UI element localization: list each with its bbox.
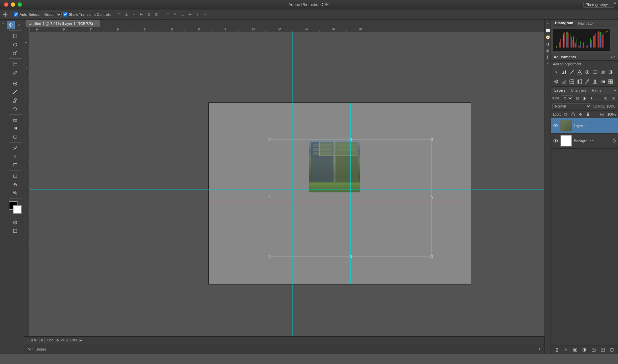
zoom-mode-icon[interactable]: ⊞	[39, 338, 45, 343]
layer-delete-btn[interactable]	[608, 346, 616, 353]
align-right-icon[interactable]: ⊠	[153, 11, 159, 18]
tab-histogram[interactable]: Histogram	[554, 21, 575, 25]
dist-hcenter-icon[interactable]: ⋮	[194, 11, 201, 18]
adj-selective-color-icon[interactable]	[607, 78, 614, 85]
dist-right-icon[interactable]: ⊣	[202, 11, 208, 18]
adj-posterize-icon[interactable]	[584, 78, 591, 85]
tool-artboard[interactable]: A	[15, 21, 23, 29]
tool-brush[interactable]	[11, 88, 19, 96]
adj-colorbalance-icon[interactable]	[599, 69, 606, 75]
transform-handle-mr[interactable]	[430, 196, 433, 199]
opacity-value[interactable]: 100%	[607, 104, 617, 108]
lock-position-icon[interactable]: ✥	[578, 112, 583, 117]
layer-item-background[interactable]: Background	[551, 133, 618, 149]
layers-kind-select[interactable]: ⊙	[561, 95, 573, 101]
minimize-button[interactable]	[11, 2, 15, 7]
layer-visibility-1[interactable]	[553, 123, 558, 128]
align-hcenter-icon[interactable]: ⊡	[145, 11, 152, 18]
tool-hand[interactable]	[11, 180, 19, 188]
tab-channels[interactable]: Channels	[569, 88, 588, 93]
layers-filter-type[interactable]: T	[588, 95, 594, 101]
adj-photo-filter-icon[interactable]	[553, 78, 560, 85]
layers-filter-adj[interactable]: ◑	[581, 95, 587, 101]
align-bottom-icon[interactable]: ⊣	[130, 11, 137, 18]
layers-filter-shape[interactable]: ▭	[595, 95, 601, 101]
tool-screen-mode[interactable]	[11, 227, 19, 235]
tool-quick-mask[interactable]	[11, 218, 19, 226]
layers-menu-icon[interactable]: ≡	[614, 89, 616, 92]
transform-handle-tl[interactable]	[268, 138, 270, 141]
dist-bottom-icon[interactable]: ⊥	[179, 11, 186, 18]
tool-pen[interactable]	[11, 144, 19, 152]
layer-item-1[interactable]: Layer 1	[551, 118, 618, 133]
tab-close-button[interactable]: ×	[95, 22, 97, 25]
tool-quick-select[interactable]	[11, 49, 19, 57]
adj-channel-mixer-icon[interactable]	[561, 78, 567, 85]
tool-crop[interactable]	[11, 60, 19, 68]
dist-top-icon[interactable]: ⊤	[165, 11, 171, 18]
layer-fx-btn[interactable]: fx	[562, 346, 570, 353]
tool-rectangle[interactable]	[11, 172, 19, 180]
type-side-icon[interactable]: T	[545, 55, 551, 60]
lock-image-icon[interactable]	[570, 112, 576, 117]
adjustments-side-icon[interactable]: ◑	[545, 41, 551, 47]
auto-select-checkbox[interactable]	[14, 12, 18, 17]
align-vcenter-icon[interactable]: ⊥	[123, 11, 130, 18]
tool-blur[interactable]	[11, 133, 19, 141]
background-color[interactable]	[13, 205, 22, 214]
align-left-icon[interactable]: ⊢	[138, 11, 145, 18]
canvas-content[interactable]: 22 18 14 10 6 2 2 6	[24, 27, 545, 336]
adj-invert-icon[interactable]	[576, 78, 583, 85]
mini-bridge-expand[interactable]: ▲	[538, 347, 541, 351]
adj-threshold-icon[interactable]	[592, 78, 598, 85]
navigator-side-icon[interactable]: 🧭	[545, 34, 551, 40]
layer-mask-btn[interactable]	[571, 346, 579, 353]
lock-transparent-icon[interactable]	[563, 112, 568, 117]
canvas-work[interactable]	[30, 32, 545, 336]
layer-new-btn[interactable]	[599, 346, 607, 353]
fill-value[interactable]: 100%	[607, 113, 616, 116]
transform-handle-tr[interactable]	[430, 138, 433, 141]
dist-vcenter-icon[interactable]: ≡	[172, 11, 179, 18]
layer-adjustment-btn[interactable]	[581, 346, 588, 353]
adj-colorlookup-icon[interactable]	[568, 78, 575, 85]
tool-lasso[interactable]	[11, 40, 19, 49]
align-top-icon[interactable]: ⊤	[116, 11, 122, 18]
tool-history-brush[interactable]	[11, 105, 19, 113]
layer-group-btn[interactable]	[590, 346, 597, 353]
transform-handle-bl[interactable]	[268, 255, 270, 258]
close-button[interactable]	[4, 2, 8, 7]
layer-link-btn[interactable]	[553, 346, 561, 353]
move-tool-icon[interactable]	[2, 11, 9, 18]
lock-all-icon[interactable]	[585, 112, 591, 117]
tool-marquee[interactable]	[11, 32, 19, 40]
tool-zoom[interactable]	[11, 189, 19, 197]
panel-collapse-right[interactable]: »	[545, 21, 551, 26]
channels-side-icon[interactable]: ≡	[545, 61, 551, 67]
workspace-selector[interactable]: Photography ▾	[583, 2, 614, 8]
tool-clone-stamp[interactable]	[11, 96, 19, 104]
adj-curves-icon[interactable]	[568, 69, 575, 75]
blend-mode-select[interactable]: Normal	[552, 103, 591, 109]
tool-gradient[interactable]	[11, 124, 19, 132]
layers-filter-pixel[interactable]: ⊡	[574, 95, 580, 101]
adj-vibrance-icon[interactable]	[584, 69, 591, 75]
tool-eyedropper[interactable]	[11, 68, 19, 77]
tab-navigator[interactable]: Navigator	[577, 21, 595, 25]
tab-layers[interactable]: Layers	[553, 88, 567, 93]
layers-filter-smart[interactable]: ⊞	[602, 95, 609, 101]
layer-visibility-bg[interactable]	[553, 138, 558, 144]
panel-collapse-left[interactable]: »	[0, 21, 6, 26]
layers-side-icon[interactable]: ▤	[545, 48, 551, 53]
adj-exposure-icon[interactable]	[576, 69, 583, 75]
canvas-tab[interactable]: Untitled-1 @ 7.01% (Layer 1, RGB/8/8) ×	[26, 20, 100, 27]
tool-path-select[interactable]	[11, 161, 19, 169]
histogram-icon[interactable]: 📊	[545, 28, 551, 33]
transform-handle-bc[interactable]	[349, 255, 352, 258]
tool-spot-healing[interactable]	[11, 80, 19, 88]
adj-levels-icon[interactable]	[561, 69, 567, 75]
group-select[interactable]: Group	[41, 11, 62, 18]
show-transform-checkbox[interactable]	[63, 12, 67, 17]
transform-handle-ml[interactable]	[268, 196, 270, 199]
adj-bw-icon[interactable]	[607, 69, 614, 75]
